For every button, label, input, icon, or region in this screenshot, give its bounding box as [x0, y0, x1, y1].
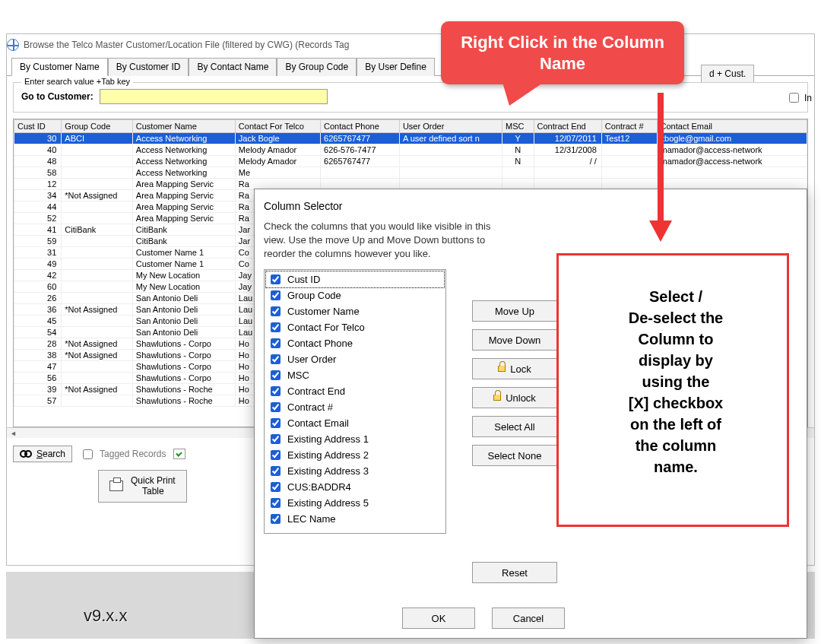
column-list-item[interactable]: Group Code — [266, 287, 444, 303]
column-checkbox[interactable] — [271, 306, 281, 316]
column-item-label: Existing Address 3 — [287, 465, 369, 477]
callout-bubble: Right Click in the Column Name — [441, 21, 684, 84]
column-checkbox[interactable] — [271, 466, 281, 476]
quick-print-line2: Table — [142, 486, 164, 496]
lock-icon — [498, 366, 506, 372]
column-list-item[interactable]: Contact Phone — [266, 335, 444, 351]
column-checkbox[interactable] — [271, 514, 281, 524]
move-up-button[interactable]: Move Up — [472, 300, 557, 322]
reset-button[interactable]: Reset — [472, 562, 557, 583]
table-row[interactable]: 58Access NetworkingMe — [14, 167, 807, 179]
tagged-records-row[interactable]: Tagged Records — [80, 447, 166, 462]
column-checkbox[interactable] — [271, 434, 281, 444]
column-list-item[interactable]: Existing Address 1 — [266, 431, 444, 447]
column-item-label: Existing Address 2 — [287, 449, 369, 461]
column-checkbox[interactable] — [271, 482, 281, 492]
column-checkbox[interactable] — [271, 354, 281, 364]
tab-bar: By Customer NameBy Customer IDBy Contact… — [7, 57, 814, 76]
column-list-item[interactable]: Contact For Telco — [266, 319, 444, 335]
col-header[interactable]: Contract # — [601, 120, 657, 133]
in-checkbox-row: In — [786, 90, 812, 105]
in-checkbox-label: In — [804, 93, 812, 103]
column-item-label: Cust ID — [287, 274, 320, 285]
column-list-item[interactable]: Existing Address 3 — [266, 463, 444, 479]
ok-button[interactable]: OK — [402, 608, 475, 629]
column-checkbox[interactable] — [271, 290, 281, 300]
search-group: Enter search value +Tab key Go to Custom… — [13, 82, 808, 113]
chevron-left-icon[interactable]: ◄ — [10, 430, 17, 437]
table-header-row[interactable]: Cust IDGroup CodeCustomer NameContact Fo… — [14, 120, 807, 133]
column-checkbox[interactable] — [271, 274, 281, 284]
column-list-item[interactable]: LEC Name — [266, 511, 444, 527]
move-down-button[interactable]: Move Down — [472, 329, 557, 351]
column-checkbox[interactable] — [271, 370, 281, 380]
tab-4[interactable]: By User Define — [357, 58, 435, 76]
col-header[interactable]: MSC — [502, 120, 534, 133]
column-checkbox[interactable] — [271, 338, 281, 348]
column-list-item[interactable]: MSC — [266, 367, 444, 383]
columns-list[interactable]: Cust IDGroup CodeCustomer NameContact Fo… — [264, 269, 446, 534]
tab-2[interactable]: By Contact Name — [189, 58, 277, 76]
column-checkbox[interactable] — [271, 322, 281, 332]
column-item-label: Contract End — [287, 385, 345, 397]
tab-fragment-right[interactable]: d + Cust. — [701, 65, 754, 82]
column-item-label: Contact Email — [287, 417, 349, 429]
col-header[interactable]: Group Code — [62, 120, 132, 133]
col-header[interactable]: Contact Phone — [321, 120, 400, 133]
globe-icon — [7, 39, 19, 51]
quick-print-button[interactable]: Quick Print Table — [98, 470, 187, 503]
column-list-item[interactable]: Contract # — [266, 399, 444, 415]
tab-0[interactable]: By Customer Name — [11, 58, 108, 76]
table-row[interactable]: 48Access NetworkingMelody Amador62657674… — [14, 156, 807, 167]
table-row[interactable]: 40Access NetworkingMelody Amador626-576-… — [14, 144, 807, 156]
table-row[interactable]: 30ABCIAccess NetworkingJack Bogle6265767… — [14, 133, 807, 144]
column-checkbox[interactable] — [271, 386, 281, 396]
col-header[interactable]: Contact Email — [657, 120, 807, 133]
column-list-item[interactable]: Cust ID — [265, 271, 445, 288]
search-input[interactable] — [100, 89, 328, 104]
column-list-item[interactable]: Contract End — [266, 383, 444, 399]
column-checkbox[interactable] — [271, 498, 281, 508]
callout-text: Right Click in the Column Name — [461, 33, 664, 73]
col-header[interactable]: Contact For Telco — [235, 120, 320, 133]
column-item-label: User Order — [287, 354, 336, 365]
dialog-side-buttons: Move Up Move Down Lock Unlock Select All… — [472, 300, 557, 466]
col-header[interactable]: Cust ID — [14, 120, 62, 133]
column-list-item[interactable]: CUS:BADDR4 — [266, 479, 444, 495]
column-checkbox[interactable] — [271, 418, 281, 428]
printer-icon — [109, 481, 123, 491]
col-header[interactable]: User Order — [399, 120, 502, 133]
unlock-button[interactable]: Unlock — [472, 387, 557, 408]
tab-3[interactable]: By Group Code — [277, 58, 357, 76]
column-list-item[interactable]: Customer Name — [266, 303, 444, 319]
tab-1[interactable]: By Customer ID — [108, 58, 189, 76]
column-list-item[interactable]: Contact Email — [266, 415, 444, 431]
select-none-button[interactable]: Select None — [472, 445, 557, 466]
cancel-button[interactable]: Cancel — [492, 608, 565, 629]
col-header[interactable]: Contract End — [534, 120, 601, 133]
column-checkbox[interactable] — [271, 402, 281, 412]
quick-print-line1: Quick Print — [131, 475, 176, 486]
column-item-label: Group Code — [287, 290, 341, 301]
column-checkbox[interactable] — [271, 450, 281, 460]
search-label: Go to Customer: — [21, 91, 94, 102]
column-item-label: Contact Phone — [287, 338, 353, 349]
column-list-item[interactable]: Existing Address 2 — [266, 447, 444, 463]
lock-button[interactable]: Lock — [472, 358, 557, 379]
dialog-instructions: Check the columns that you would like vi… — [264, 220, 507, 262]
column-item-label: Existing Address 1 — [287, 433, 369, 445]
search-legend: Enter search value +Tab key — [21, 77, 133, 86]
tagged-records-checkbox[interactable] — [83, 449, 93, 459]
select-all-button[interactable]: Select All — [472, 416, 557, 437]
column-list-item[interactable]: Existing Address 5 — [266, 495, 444, 511]
col-header[interactable]: Customer Name — [132, 120, 235, 133]
search-button[interactable]: SSearchearch — [13, 446, 72, 462]
unlock-icon — [493, 395, 501, 401]
column-item-label: MSC — [287, 370, 309, 381]
column-item-label: Contact For Telco — [287, 322, 365, 333]
check-icon[interactable] — [173, 449, 185, 459]
in-checkbox[interactable] — [789, 93, 799, 103]
column-item-label: LEC Name — [287, 513, 336, 525]
column-list-item[interactable]: User Order — [266, 351, 444, 367]
window-title-row: Browse the Telco Master Customer/Locatio… — [7, 34, 814, 57]
